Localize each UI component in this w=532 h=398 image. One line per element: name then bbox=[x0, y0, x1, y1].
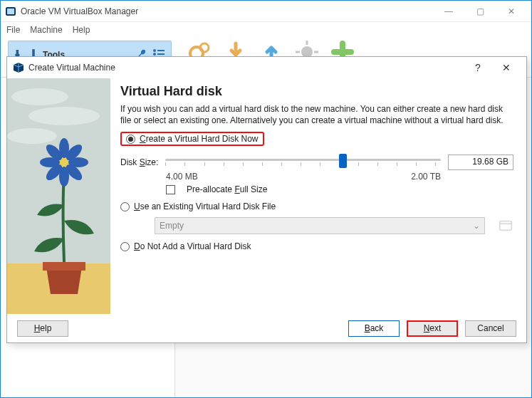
svg-rect-1 bbox=[7, 9, 14, 14]
existing-disk-value: Empty bbox=[160, 221, 184, 231]
dialog-description: If you wish you can add a virtual hard d… bbox=[120, 103, 513, 126]
cancel-button[interactable]: Cancel bbox=[465, 320, 516, 337]
menu-machine[interactable]: Machine bbox=[30, 25, 62, 35]
back-button[interactable]: Back bbox=[348, 320, 400, 337]
radio-create-now-label[interactable]: Create a Virtual Hard Disk Now bbox=[140, 134, 259, 144]
svg-rect-28 bbox=[500, 221, 512, 231]
cube-icon bbox=[13, 62, 24, 73]
window-title: Oracle VM VirtualBox Manager bbox=[21, 6, 433, 16]
browse-file-icon bbox=[498, 218, 513, 234]
checkbox-preallocate-label[interactable]: Pre-allocate Full Size bbox=[187, 184, 267, 194]
disk-size-value[interactable]: 19.68 GB bbox=[448, 155, 513, 170]
wizard-illustration bbox=[7, 78, 110, 314]
option-create-now-highlight: Create a Virtual Hard Disk Now bbox=[120, 132, 264, 146]
radio-create-now[interactable] bbox=[126, 135, 135, 144]
dialog-close-button[interactable]: ✕ bbox=[492, 62, 521, 73]
menu-help[interactable]: Help bbox=[73, 25, 90, 35]
menu-bar: File Machine Help bbox=[1, 22, 531, 38]
disk-size-slider[interactable] bbox=[165, 152, 441, 173]
create-vm-dialog: Create Virtual Machine ? ✕ bbox=[6, 56, 527, 343]
virtualbox-icon bbox=[5, 6, 16, 17]
next-button[interactable]: Next bbox=[407, 320, 458, 337]
radio-do-not-add[interactable] bbox=[120, 242, 130, 251]
maximize-button[interactable]: ▢ bbox=[464, 1, 496, 21]
slider-thumb[interactable] bbox=[339, 154, 347, 168]
existing-disk-combo: Empty ⌄ bbox=[155, 217, 485, 234]
minimize-button[interactable]: — bbox=[433, 1, 464, 21]
close-button[interactable]: ✕ bbox=[496, 1, 527, 21]
dialog-help-button[interactable]: ? bbox=[464, 62, 492, 73]
menu-file[interactable]: File bbox=[6, 25, 20, 35]
svg-rect-18 bbox=[43, 262, 85, 271]
radio-use-existing-label[interactable]: Use an Existing Virtual Hard Disk File bbox=[134, 201, 276, 211]
radio-use-existing[interactable] bbox=[120, 202, 130, 211]
svg-rect-4 bbox=[157, 50, 165, 51]
chevron-down-icon: ⌄ bbox=[473, 221, 480, 231]
dialog-title: Create Virtual Machine bbox=[28, 63, 464, 73]
help-button[interactable]: Help bbox=[17, 320, 68, 337]
disk-size-label: Disk Size: bbox=[120, 157, 158, 167]
svg-point-5 bbox=[153, 53, 156, 56]
slider-max-label: 2.00 TB bbox=[411, 172, 441, 182]
svg-point-3 bbox=[153, 49, 156, 52]
slider-min-label: 4.00 MB bbox=[166, 172, 198, 182]
dialog-heading: Virtual Hard disk bbox=[120, 84, 513, 99]
main-titlebar: Oracle VM VirtualBox Manager — ▢ ✕ bbox=[1, 1, 531, 22]
svg-rect-6 bbox=[157, 53, 165, 55]
radio-do-not-add-label[interactable]: Do Not Add a Virtual Hard Disk bbox=[134, 241, 251, 251]
checkbox-preallocate[interactable] bbox=[166, 185, 175, 194]
